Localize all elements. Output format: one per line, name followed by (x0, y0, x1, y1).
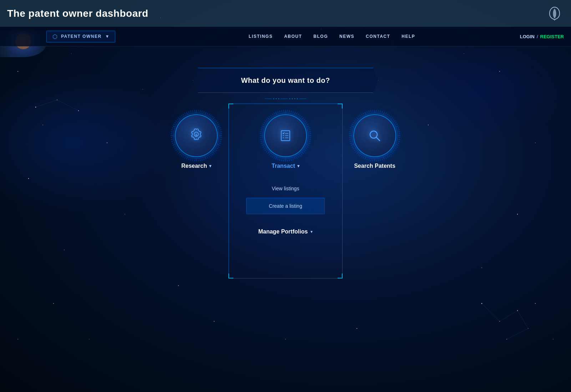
svg-line-218 (389, 115, 390, 116)
nav-news[interactable]: NEWS (339, 34, 354, 39)
svg-line-146 (309, 141, 310, 142)
svg-line-88 (183, 156, 183, 157)
svg-line-196 (272, 114, 273, 115)
svg-line-178 (262, 145, 264, 146)
create-listing-item[interactable]: Create a listing (246, 198, 325, 214)
svg-line-199 (278, 111, 278, 113)
svg-text:$: $ (195, 133, 197, 137)
svg-line-175 (265, 150, 266, 151)
research-card[interactable]: $ Research ▾ (175, 114, 218, 169)
svg-line-133 (302, 117, 304, 119)
svg-line-92 (177, 151, 178, 152)
research-icon: $ (187, 126, 206, 145)
svg-line-51 (213, 117, 214, 119)
svg-line-74 (209, 156, 210, 157)
svg-line-50 (212, 116, 213, 117)
svg-line-70 (215, 151, 216, 152)
nav-help[interactable]: HELP (401, 34, 415, 39)
svg-line-280 (357, 117, 358, 119)
cards-row: $ Research ▾ (175, 114, 396, 214)
svg-line-201 (282, 110, 282, 112)
svg-line-224 (396, 124, 398, 125)
svg-line-56 (218, 126, 220, 127)
nav-blog[interactable]: BLOG (313, 34, 328, 39)
svg-line-159 (293, 159, 293, 160)
view-listings-item[interactable]: View listings (246, 181, 325, 196)
svg-line-106 (172, 126, 175, 127)
svg-line-237 (395, 149, 396, 149)
svg-line-54 (217, 122, 218, 123)
nav-about[interactable]: ABOUT (284, 34, 302, 39)
svg-line-281 (358, 116, 359, 117)
svg-line-219 (390, 116, 391, 117)
nav-actions: LOGIN / REGISTER (520, 34, 564, 39)
svg-line-147 (309, 143, 310, 144)
login-link[interactable]: LOGIN (520, 34, 535, 39)
svg-line-257 (361, 156, 362, 157)
svg-line-111 (178, 117, 180, 119)
svg-line-245 (384, 157, 385, 159)
svg-line-49 (211, 115, 211, 116)
svg-line-166 (279, 159, 280, 161)
svg-line-59 (220, 132, 222, 132)
svg-line-79 (200, 160, 201, 161)
svg-line-244 (386, 157, 386, 159)
svg-line-228 (399, 132, 400, 132)
transact-card[interactable]: Transact ▾ View listings Create a listin… (246, 114, 325, 214)
svg-line-97 (172, 143, 173, 144)
svg-line-63 (220, 140, 222, 140)
svg-line-274 (350, 128, 352, 128)
svg-line-77 (204, 159, 204, 160)
svg-line-129 (297, 113, 297, 114)
badge-label: PATENT OWNER (61, 34, 102, 39)
svg-line-130 (298, 114, 299, 115)
svg-line-167 (278, 159, 278, 160)
svg-line-273 (350, 130, 351, 130)
patent-owner-badge[interactable]: ⬡ PATENT OWNER ▼ (46, 31, 115, 42)
svg-line-234 (398, 143, 399, 144)
svg-line-75 (207, 157, 208, 159)
svg-line-53 (216, 121, 217, 121)
svg-line-98 (171, 141, 173, 142)
svg-line-71 (213, 152, 214, 154)
svg-line-170 (272, 156, 273, 157)
corner-br (338, 273, 343, 278)
svg-line-90 (180, 154, 181, 155)
svg-line-192 (266, 119, 267, 120)
svg-line-185 (260, 132, 262, 132)
svg-line-95 (173, 147, 175, 147)
nav-contact[interactable]: CONTACT (366, 34, 390, 39)
svg-line-135 (305, 121, 306, 121)
dot2 (276, 98, 277, 99)
svg-line-87 (185, 157, 185, 159)
svg-line-45 (204, 111, 204, 113)
svg-line-168 (276, 157, 277, 159)
svg-line-241 (390, 154, 391, 155)
svg-line-181 (260, 140, 262, 140)
svg-line-145 (309, 140, 311, 140)
nav-listings[interactable]: LISTINGS (249, 34, 273, 39)
svg-line-236 (396, 147, 398, 147)
svg-line-195 (271, 115, 271, 116)
svg-line-222 (394, 121, 395, 121)
svg-line-288 (371, 110, 371, 112)
svg-line-174 (266, 151, 267, 152)
line3 (299, 99, 307, 99)
svg-line-107 (173, 124, 175, 125)
svg-line-277 (353, 122, 354, 123)
svg-line-227 (398, 130, 400, 130)
svg-line-43 (200, 110, 201, 112)
svg-line-93 (176, 150, 177, 151)
svg-line-109 (176, 121, 177, 121)
svg-line-157 (297, 157, 297, 159)
svg-line-68 (217, 149, 218, 149)
svg-line-261 (355, 151, 356, 152)
svg-line-232 (399, 140, 400, 140)
svg-line-263 (353, 149, 354, 149)
transact-icon (276, 126, 295, 145)
manage-portfolios-row[interactable]: Manage Portfolios ▾ (258, 228, 313, 235)
svg-line-115 (185, 113, 185, 114)
line1 (265, 99, 272, 99)
search-patents-card[interactable]: Search Patents (353, 114, 396, 169)
register-link[interactable]: REGISTER (540, 34, 564, 39)
